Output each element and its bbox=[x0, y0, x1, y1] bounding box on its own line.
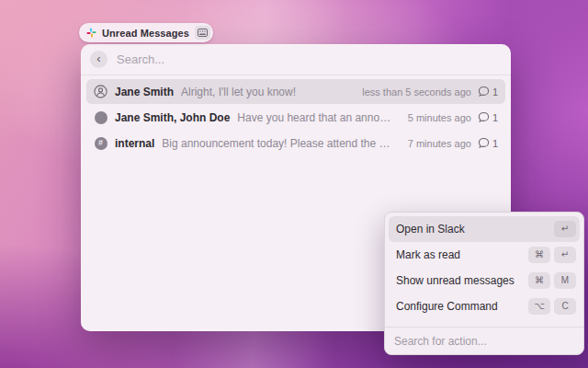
slack-icon bbox=[86, 28, 96, 38]
action-menu-item[interactable]: Open in Slack↵ bbox=[389, 216, 580, 242]
keycap: ↵ bbox=[554, 247, 576, 263]
action-menu-item[interactable]: Configure Command⌥C bbox=[389, 293, 580, 319]
message-preview: Big announcement today! Please attend th… bbox=[162, 137, 392, 150]
keycap: ⌥ bbox=[528, 298, 550, 315]
action-menu-items: Open in Slack↵Mark as read⌘↵Show unread … bbox=[385, 213, 583, 327]
channel-hash-icon: # bbox=[94, 136, 107, 150]
launcher-command-pill[interactable]: Unread Messages bbox=[79, 23, 213, 42]
message-preview: Alright, I'll let you know! bbox=[181, 86, 347, 98]
keycap: ⌘ bbox=[528, 272, 550, 289]
action-search-input[interactable]: Search for action... bbox=[394, 335, 487, 348]
action-menu: Open in Slack↵Mark as read⌘↵Show unread … bbox=[384, 212, 584, 355]
keycap: ⌘ bbox=[528, 247, 550, 263]
message-row[interactable]: Jane SmithAlright, I'll let you know!les… bbox=[86, 79, 505, 104]
reply-bubble-icon bbox=[478, 137, 490, 149]
message-preview: Have you heard that an announcement is c… bbox=[237, 111, 392, 124]
action-search-bar: Search for action... bbox=[385, 328, 583, 354]
launcher-command-label: Unread Messages bbox=[102, 28, 189, 39]
message-row[interactable]: #internalBig announcement today! Please … bbox=[86, 131, 505, 155]
message-timestamp: less than 5 seconds ago bbox=[362, 86, 471, 98]
action-label: Open in Slack bbox=[396, 223, 465, 236]
message-timestamp: 7 minutes ago bbox=[408, 138, 471, 149]
message-sender: Jane Smith, John Doe bbox=[115, 111, 230, 124]
message-sender: Jane Smith bbox=[115, 86, 174, 98]
reply-count: 1 bbox=[492, 86, 498, 98]
action-label: Show unread messages bbox=[396, 274, 514, 287]
keycap: ↵ bbox=[554, 221, 576, 237]
person-filled-icon bbox=[94, 110, 107, 124]
person-outline-icon bbox=[94, 85, 107, 98]
search-bar: ‹ Search... bbox=[81, 44, 511, 75]
reply-count: 1 bbox=[492, 112, 498, 123]
reply-bubble-icon bbox=[478, 111, 490, 123]
action-label: Mark as read bbox=[396, 248, 460, 261]
action-menu-item[interactable]: Show unread messages⌘M bbox=[389, 268, 580, 293]
message-sender: internal bbox=[115, 137, 154, 150]
keycap: M bbox=[554, 272, 576, 289]
action-label: Configure Command bbox=[396, 300, 498, 313]
reply-bubble-icon bbox=[478, 86, 490, 98]
message-timestamp: 5 minutes ago bbox=[408, 112, 471, 123]
message-row[interactable]: Jane Smith, John DoeHave you heard that … bbox=[86, 105, 505, 130]
keycap: C bbox=[554, 298, 576, 315]
reply-count: 1 bbox=[492, 138, 498, 149]
keyboard-icon[interactable] bbox=[195, 26, 210, 40]
search-input[interactable]: Search... bbox=[117, 52, 164, 66]
action-menu-item[interactable]: Mark as read⌘↵ bbox=[389, 242, 580, 268]
back-button[interactable]: ‹ bbox=[90, 51, 107, 68]
